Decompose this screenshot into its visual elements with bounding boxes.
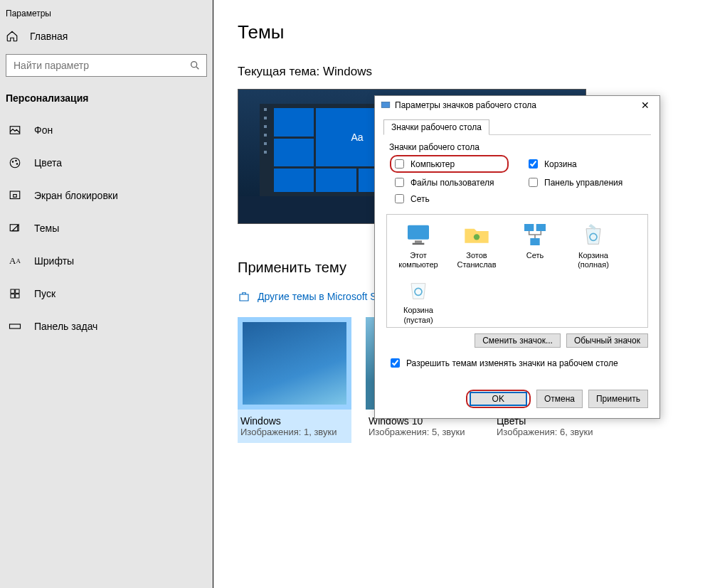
nav-background[interactable]: Фон xyxy=(0,114,213,146)
theme-thumb xyxy=(238,317,351,410)
section-header: Персонализация xyxy=(0,82,213,114)
home-nav[interactable]: Главная xyxy=(0,18,213,54)
search-input[interactable] xyxy=(12,59,189,72)
svg-rect-13 xyxy=(16,294,19,298)
palette-icon xyxy=(9,156,21,169)
svg-rect-7 xyxy=(10,191,20,199)
apply-button[interactable]: Применить xyxy=(588,390,648,408)
dialog-icon xyxy=(381,100,391,110)
chk-userfiles[interactable]: Файлы пользователя xyxy=(392,176,509,189)
default-icon-button[interactable]: Обычный значок xyxy=(566,333,648,348)
current-theme-label: Текущая тема: Windows xyxy=(238,65,696,79)
icon-well[interactable]: Этот компьютер Зотов Станислав Сеть Корз… xyxy=(386,214,648,328)
svg-rect-23 xyxy=(530,238,539,245)
nav-themes[interactable]: Темы xyxy=(0,212,213,245)
search-icon xyxy=(189,60,201,71)
tab-desktop-icons[interactable]: Значки рабочего стола xyxy=(383,119,489,135)
theme-desc: Изображения: 6, звуки xyxy=(494,427,608,437)
recycle-full-icon xyxy=(579,220,608,249)
change-icon-button[interactable]: Сменить значок... xyxy=(475,333,561,348)
nav-lockscreen[interactable]: Экран блокировки xyxy=(0,179,213,212)
nav-taskbar[interactable]: Панель задач xyxy=(0,310,213,343)
home-label: Главная xyxy=(30,31,68,42)
recycle-empty-icon xyxy=(404,275,433,304)
group-label: Значки рабочего стола xyxy=(383,142,651,152)
chk-recycle[interactable]: Корзина xyxy=(526,155,642,173)
desktop-icons-dialog: Параметры значков рабочего стола ✕ Значк… xyxy=(374,95,660,419)
svg-rect-18 xyxy=(415,240,422,242)
taskbar-icon xyxy=(9,320,21,333)
page-title: Темы xyxy=(238,21,696,43)
icon-network[interactable]: Сеть xyxy=(509,220,561,269)
svg-rect-19 xyxy=(413,243,425,245)
nav-label: Экран блокировки xyxy=(34,190,118,201)
svg-rect-12 xyxy=(11,294,14,298)
nav-fonts[interactable]: AA Шрифты xyxy=(0,245,213,277)
nav-label: Цвета xyxy=(34,157,62,169)
store-icon xyxy=(238,290,250,303)
nav-start[interactable]: Пуск xyxy=(0,277,213,310)
svg-rect-15 xyxy=(381,102,390,107)
dialog-titlebar: Параметры значков рабочего стола ✕ xyxy=(375,96,659,114)
nav-label: Шрифты xyxy=(34,255,74,267)
svg-rect-22 xyxy=(536,224,546,231)
lock-screen-icon xyxy=(9,189,21,202)
svg-line-1 xyxy=(196,67,198,69)
svg-rect-9 xyxy=(10,225,18,231)
theme-name: Windows xyxy=(238,410,351,427)
svg-rect-17 xyxy=(408,225,429,240)
icon-recycle-full[interactable]: Корзина (полная) xyxy=(568,220,619,269)
network-icon xyxy=(521,220,549,249)
cancel-button[interactable]: Отмена xyxy=(536,390,583,408)
allow-themes-checkbox[interactable]: Разрешить темам изменять значки на рабоч… xyxy=(383,351,651,375)
theme-desc: Изображения: 5, звуки xyxy=(366,427,479,437)
nav-label: Темы xyxy=(34,223,59,234)
themes-icon xyxy=(9,222,21,235)
tab-strip: Значки рабочего стола xyxy=(383,119,651,135)
close-button[interactable]: ✕ xyxy=(637,100,654,111)
nav-colors[interactable]: Цвета xyxy=(0,146,213,179)
home-icon xyxy=(6,30,18,43)
svg-point-6 xyxy=(16,164,18,165)
svg-rect-21 xyxy=(524,224,534,231)
svg-point-0 xyxy=(191,62,197,68)
dialog-title-text: Параметры значков рабочего стола xyxy=(395,100,536,110)
start-icon xyxy=(9,287,21,300)
svg-rect-14 xyxy=(10,324,21,328)
chk-control[interactable]: Панель управления xyxy=(526,176,642,189)
theme-desc: Изображения: 1, звуки xyxy=(238,427,351,437)
svg-point-5 xyxy=(16,160,17,161)
icon-recycle-empty[interactable]: Корзина (пустая) xyxy=(393,275,444,324)
ok-button[interactable]: OK xyxy=(470,392,526,405)
sidebar: Параметры Главная Персонализация Фон Цве… xyxy=(0,0,213,588)
svg-rect-10 xyxy=(11,289,14,293)
image-icon xyxy=(9,124,21,137)
user-folder-icon xyxy=(462,220,491,249)
svg-rect-8 xyxy=(14,195,17,198)
chk-network[interactable]: Сеть xyxy=(392,192,509,205)
app-title: Параметры xyxy=(0,0,213,18)
svg-rect-11 xyxy=(16,289,19,293)
nav-label: Пуск xyxy=(34,288,55,299)
fonts-icon: AA xyxy=(9,255,21,267)
chk-computer[interactable]: Компьютер xyxy=(390,155,509,173)
ok-highlight: OK xyxy=(466,390,531,408)
svg-point-20 xyxy=(474,234,479,240)
computer-icon xyxy=(404,220,433,249)
nav-label: Панель задач xyxy=(34,321,97,332)
icon-user[interactable]: Зотов Станислав xyxy=(451,220,502,269)
theme-card-windows[interactable]: Windows Изображения: 1, звуки xyxy=(238,317,351,443)
svg-point-3 xyxy=(10,158,20,168)
nav-label: Фон xyxy=(34,124,53,136)
icon-this-pc[interactable]: Этот компьютер xyxy=(393,220,444,269)
store-link-text: Другие темы в Microsoft S xyxy=(258,291,377,302)
svg-point-4 xyxy=(12,161,14,163)
search-box[interactable] xyxy=(6,54,207,77)
